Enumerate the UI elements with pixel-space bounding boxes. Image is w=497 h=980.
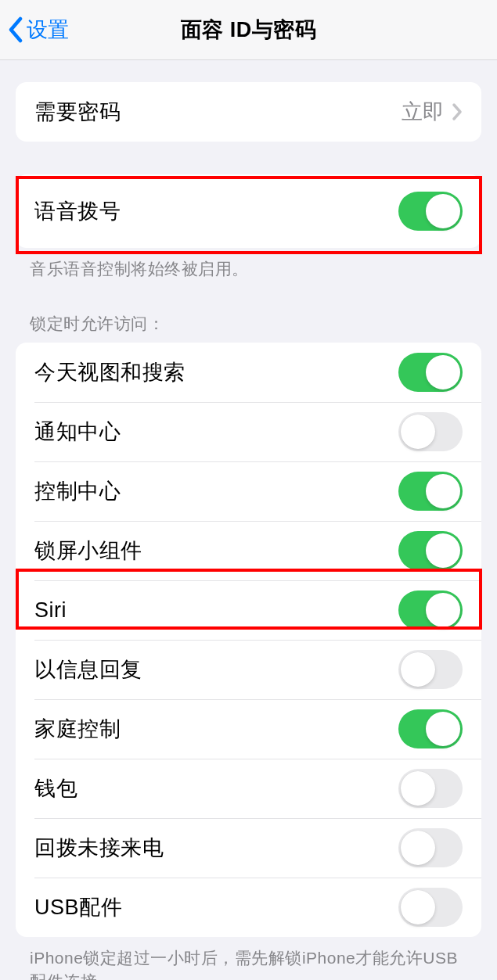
access-row: 控制中心 [16, 461, 481, 521]
access-row-label: 锁屏小组件 [34, 537, 142, 565]
row-right: 立即 [402, 98, 463, 126]
access-row-label: 家庭控制 [34, 715, 121, 743]
voice-dial-label: 语音拨号 [34, 197, 121, 225]
toggle-knob [426, 712, 460, 746]
access-toggle[interactable] [398, 412, 463, 451]
toggle-knob [401, 890, 435, 924]
access-toggle[interactable] [398, 888, 463, 927]
access-row-label: 以信息回复 [34, 655, 142, 684]
navigation-header: 设置 面容 ID与密码 [0, 0, 497, 60]
voice-dial-group: 语音拨号 [16, 174, 481, 248]
access-toggle[interactable] [398, 828, 463, 867]
chevron-right-icon [452, 102, 463, 121]
voice-dial-footer: 音乐语音控制将始终被启用。 [0, 248, 497, 280]
access-group: 今天视图和搜索通知中心控制中心锁屏小组件Siri以信息回复家庭控制钱包回拨未接来… [16, 343, 481, 937]
access-row: Siri [16, 580, 481, 640]
voice-dial-row: 语音拨号 [16, 174, 481, 248]
access-row-label: Siri [34, 598, 67, 623]
access-row: 今天视图和搜索 [16, 343, 481, 402]
toggle-knob [426, 533, 460, 568]
access-row-label: 钱包 [34, 774, 77, 802]
access-toggle[interactable] [398, 353, 463, 392]
require-passcode-value: 立即 [402, 98, 444, 126]
access-row-label: 控制中心 [34, 477, 121, 505]
require-passcode-row[interactable]: 需要密码 立即 [16, 82, 481, 142]
access-toggle[interactable] [398, 650, 463, 689]
access-row: 家庭控制 [16, 699, 481, 759]
access-toggle[interactable] [398, 591, 463, 630]
toggle-knob [401, 831, 435, 865]
access-row-label: 回拨未接来电 [34, 834, 164, 862]
access-row-label: 今天视图和搜索 [34, 358, 185, 386]
page-title: 面容 ID与密码 [181, 16, 317, 44]
access-toggle[interactable] [398, 709, 463, 748]
back-label: 设置 [27, 16, 69, 44]
access-row: 钱包 [16, 759, 481, 818]
access-row: 锁屏小组件 [16, 521, 481, 580]
toggle-knob [426, 194, 460, 228]
content: 需要密码 立即 语音拨号 音乐语音控制将始终被启用。 锁定时允许访问： 今天视图… [0, 82, 497, 980]
toggle-knob [401, 415, 435, 449]
toggle-knob [401, 771, 435, 806]
toggle-knob [426, 593, 460, 627]
access-toggle[interactable] [398, 769, 463, 808]
access-row: USB配件 [16, 878, 481, 937]
toggle-knob [426, 474, 460, 508]
access-row: 回拨未接来电 [16, 818, 481, 878]
chevron-left-icon [8, 16, 23, 43]
passcode-group: 需要密码 立即 [16, 82, 481, 142]
back-button[interactable]: 设置 [0, 16, 69, 44]
toggle-knob [401, 652, 435, 687]
voice-dial-toggle[interactable] [398, 192, 463, 231]
access-section-header: 锁定时允许访问： [0, 280, 497, 343]
access-toggle[interactable] [398, 472, 463, 511]
require-passcode-label: 需要密码 [34, 98, 121, 126]
access-footer: iPhone锁定超过一小时后，需先解锁iPhone才能允许USB配件连接。 [0, 937, 497, 980]
access-row-label: 通知中心 [34, 418, 121, 446]
access-row: 通知中心 [16, 402, 481, 461]
access-row: 以信息回复 [16, 640, 481, 699]
access-row-label: USB配件 [34, 893, 122, 921]
toggle-knob [426, 355, 460, 389]
access-toggle[interactable] [398, 531, 463, 570]
